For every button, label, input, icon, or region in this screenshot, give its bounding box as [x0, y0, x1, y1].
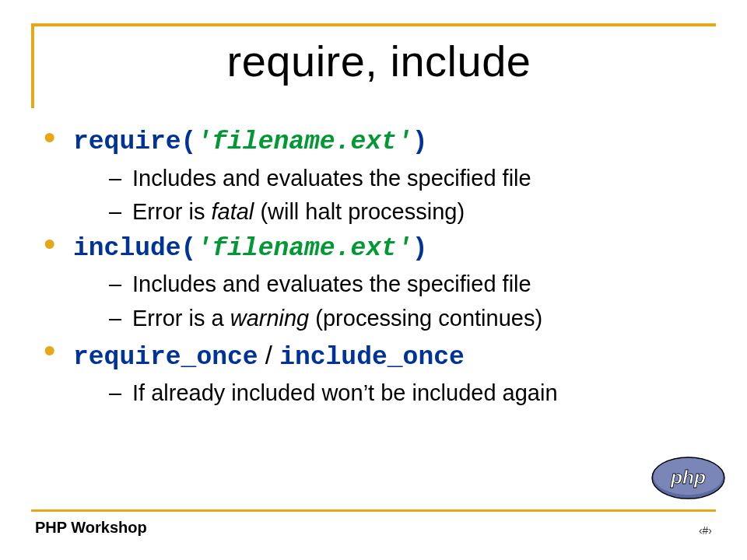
bullet-once: require_once / include_once If already i… [39, 338, 716, 409]
footer-divider [31, 509, 716, 512]
sub-item: Error is fatal (will halt processing) [109, 197, 716, 227]
text: Includes and evaluates the specified fil… [132, 271, 531, 296]
text: Includes and evaluates the specified fil… [132, 166, 531, 191]
text-ital: fatal [212, 199, 254, 224]
code-include-fn: include( [73, 234, 196, 263]
code-include-end: ) [412, 234, 428, 263]
bullet-require: require('filename.ext') Includes and eva… [39, 125, 716, 227]
php-logo-icon: php [651, 457, 725, 499]
sub-item: Includes and evaluates the specified fil… [109, 269, 716, 299]
bullet-include: include('filename.ext') Includes and eva… [39, 232, 716, 334]
footer-page-number: ‹#› [699, 524, 712, 537]
php-logo-text: php [670, 467, 706, 488]
slide: require, include require('filename.ext')… [0, 0, 747, 560]
text: (will halt processing) [254, 199, 465, 224]
sub-item: Includes and evaluates the specified fil… [109, 163, 716, 194]
code-sep: / [258, 341, 280, 369]
code-require-arg: 'filename.ext' [196, 128, 412, 156]
code-include-once: include_once [279, 343, 465, 372]
text: Error is a [132, 306, 230, 331]
slide-title: require, include [50, 36, 708, 86]
slide-body: require('filename.ext') Includes and eva… [31, 125, 716, 408]
text: (processing continues) [309, 306, 542, 331]
code-include-arg: 'filename.ext' [196, 234, 412, 263]
footer-left: PHP Workshop [35, 519, 147, 537]
text-ital: warning [230, 306, 310, 331]
code-require-once: require_once [73, 343, 258, 372]
code-require-fn: require( [73, 128, 196, 156]
sub-item: If already included won’t be included ag… [109, 378, 716, 408]
text: Error is [132, 199, 212, 224]
title-frame: require, include [31, 23, 716, 108]
text: If already included won’t be included ag… [132, 380, 558, 405]
sub-item: Error is a warning (processing continues… [109, 303, 716, 334]
code-require-end: ) [412, 128, 428, 156]
